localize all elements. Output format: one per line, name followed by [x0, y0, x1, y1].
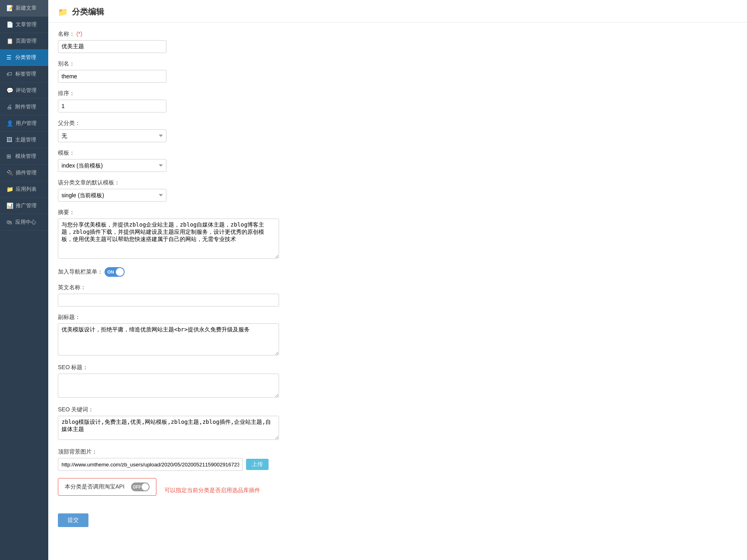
parent-select[interactable]: 无: [58, 129, 166, 142]
subtitle-field-group: 副标题： 优美模版设计，拒绝平庸，缔造优质网站主题<br>提供永久免费升级及服务: [58, 314, 328, 357]
en-name-label: 英文名称：: [58, 284, 328, 291]
sidebar-item-app-center[interactable]: 🛍 应用中心: [0, 214, 48, 231]
theme-manage-icon: 🖼: [6, 137, 13, 143]
taobao-toggle[interactable]: OFF: [131, 482, 150, 491]
article-template-label: 该分类文章的默认模板：: [58, 179, 328, 186]
sidebar-item-new-article[interactable]: 📝 新建文章: [0, 0, 48, 16]
nav-toggle-knob: [116, 268, 124, 276]
sidebar-item-theme-manage[interactable]: 🖼 主题管理: [0, 132, 48, 148]
top-bg-input[interactable]: [58, 458, 243, 471]
template-label: 模板：: [58, 149, 328, 157]
name-required: (*): [76, 31, 82, 37]
form-container: 名称： (*) 别名： 排序： 父分类： 无 模板： index (当前模板): [48, 22, 338, 542]
upload-row: 上传: [58, 458, 328, 471]
sidebar-item-user-manage[interactable]: 👤 用户管理: [0, 115, 48, 132]
sidebar-item-tag-manage[interactable]: 🏷 标签管理: [0, 66, 48, 82]
module-manage-icon: ⊞: [6, 153, 13, 159]
folder-icon: 📁: [58, 7, 68, 17]
article-manage-icon: 📄: [6, 21, 13, 28]
seo-keywords-field-group: SEO 关键词： zblog模版设计,免费主题,优美,网站模板,zblog主题,…: [58, 406, 328, 441]
summary-textarea[interactable]: 与您分享优美模板，并提供zblog企业站主题，zblog自媒体主题，zblog博…: [58, 219, 279, 259]
taobao-toggle-text: OFF: [131, 485, 141, 489]
template-select[interactable]: index (当前模板): [58, 159, 166, 172]
sort-field-group: 排序：: [58, 90, 328, 112]
article-template-select[interactable]: single (当前模板): [58, 189, 166, 202]
taobao-toggle-knob: [142, 483, 149, 491]
en-name-input[interactable]: [58, 294, 279, 307]
sidebar-item-category-manage[interactable]: ☰ 分类管理: [0, 49, 48, 66]
tag-manage-icon: 🏷: [6, 71, 13, 77]
sort-label: 排序：: [58, 90, 328, 97]
seo-title-textarea[interactable]: [58, 374, 279, 398]
article-template-field-group: 该分类文章的默认模板： single (当前模板): [58, 179, 328, 202]
page-title: 分类编辑: [72, 6, 104, 17]
taobao-note: 可以指定当前分类是否启用选品库插件: [164, 487, 260, 494]
upload-button[interactable]: 上传: [246, 459, 269, 470]
seo-title-label: SEO 标题：: [58, 364, 328, 371]
nav-label: 加入导航栏菜单： ON: [58, 267, 328, 277]
promotion-manage-icon: 📊: [6, 202, 13, 209]
name-input[interactable]: [58, 40, 166, 53]
main-content: 📁 分类编辑 名称： (*) 别名： 排序： 父分类： 无: [48, 0, 747, 560]
name-label: 名称： (*): [58, 31, 328, 38]
sidebar-item-article-manage[interactable]: 📄 文章管理: [0, 16, 48, 33]
seo-keywords-textarea[interactable]: zblog模版设计,免费主题,优美,网站模板,zblog主题,zblog插件,企…: [58, 416, 279, 440]
submit-button[interactable]: 提交: [58, 513, 88, 527]
nav-toggle[interactable]: ON: [105, 267, 125, 277]
seo-keywords-label: SEO 关键词：: [58, 406, 328, 413]
sidebar: 📝 新建文章 📄 文章管理 📋 页面管理 ☰ 分类管理 🏷 标签管理 💬 评论管…: [0, 0, 48, 560]
category-manage-icon: ☰: [6, 54, 13, 61]
alias-label: 别名：: [58, 60, 328, 67]
app-center-icon: 🛍: [6, 219, 13, 225]
alias-field-group: 别名：: [58, 60, 328, 83]
app-list-icon: 📁: [6, 186, 13, 192]
subtitle-textarea[interactable]: 优美模版设计，拒绝平庸，缔造优质网站主题<br>提供永久免费升级及服务: [58, 323, 279, 356]
sidebar-item-module-manage[interactable]: ⊞ 模块管理: [0, 148, 48, 165]
taobao-label: 本分类是否调用淘宝API: [65, 483, 125, 491]
taobao-row: 本分类是否调用淘宝API OFF 可以指定当前分类是否启用选品库插件: [58, 478, 328, 503]
submit-group: 提交: [58, 510, 328, 527]
taobao-box: 本分类是否调用淘宝API OFF: [58, 478, 156, 496]
summary-field-group: 摘要： 与您分享优美模板，并提供zblog企业站主题，zblog自媒体主题，zb…: [58, 209, 328, 260]
new-article-icon: 📝: [6, 5, 13, 11]
sidebar-item-comment-manage[interactable]: 💬 评论管理: [0, 82, 48, 99]
top-bg-field-group: 顶部背景图片： 上传: [58, 448, 328, 471]
seo-title-field-group: SEO 标题：: [58, 364, 328, 399]
comment-manage-icon: 💬: [6, 87, 13, 94]
template-field-group: 模板： index (当前模板): [58, 149, 328, 172]
plugin-manage-icon: 🔌: [6, 170, 13, 176]
parent-field-group: 父分类： 无: [58, 120, 328, 142]
sidebar-item-page-manage[interactable]: 📋 页面管理: [0, 33, 48, 49]
nav-field-group: 加入导航栏菜单： ON: [58, 267, 328, 277]
summary-label: 摘要：: [58, 209, 328, 216]
nav-toggle-text: ON: [105, 270, 114, 274]
attachment-manage-icon: 🖨: [6, 104, 13, 110]
alias-input[interactable]: [58, 70, 166, 83]
en-name-field-group: 英文名称：: [58, 284, 328, 307]
user-manage-icon: 👤: [6, 120, 13, 127]
name-field-group: 名称： (*): [58, 31, 328, 53]
sidebar-item-attachment-manage[interactable]: 🖨 附件管理: [0, 99, 48, 115]
subtitle-label: 副标题：: [58, 314, 328, 321]
top-bg-label: 顶部背景图片：: [58, 448, 328, 456]
page-manage-icon: 📋: [6, 38, 13, 44]
sidebar-item-promotion-manage[interactable]: 📊 推广管理: [0, 198, 48, 214]
sidebar-item-plugin-manage[interactable]: 🔌 插件管理: [0, 165, 48, 181]
sort-input[interactable]: [58, 100, 166, 112]
page-header: 📁 分类编辑: [48, 0, 747, 22]
parent-label: 父分类：: [58, 120, 328, 127]
sidebar-item-app-list[interactable]: 📁 应用列表: [0, 181, 48, 198]
